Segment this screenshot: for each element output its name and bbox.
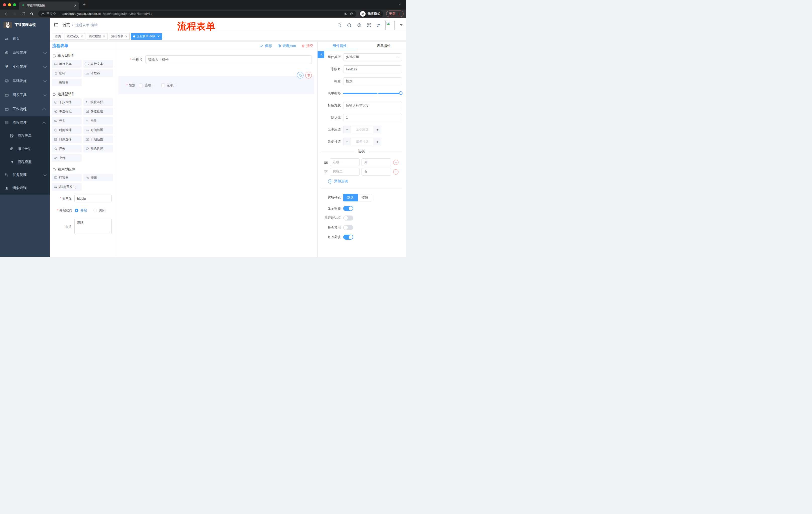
component-rate[interactable]: 评分 <box>52 145 82 153</box>
sidebar-item-workflow[interactable]: 工作流程 <box>0 102 50 116</box>
status-off-label[interactable]: 关闭 <box>99 208 106 213</box>
component-checkbox-group[interactable]: 多选框组 <box>83 108 113 115</box>
disabled-toggle[interactable] <box>343 225 353 230</box>
increase-button[interactable]: + <box>374 126 381 133</box>
sidebar-item-process-model[interactable]: 流程模型 <box>0 155 50 168</box>
show-label-toggle[interactable] <box>343 206 353 211</box>
component-radio-group[interactable]: 单选框组 <box>52 108 82 115</box>
tab-close-icon[interactable]: ✕ <box>74 4 77 7</box>
min-select-value[interactable]: 至少应选 <box>351 126 374 133</box>
tab-component-props[interactable]: 组件属性 <box>318 44 362 48</box>
reload-icon[interactable] <box>20 10 27 17</box>
phone-field[interactable]: 手机号 <box>118 55 314 64</box>
delete-component-button[interactable] <box>305 72 312 78</box>
search-icon[interactable] <box>337 23 342 27</box>
border-toggle[interactable] <box>343 216 353 220</box>
tag-process-definition[interactable]: 流程定义✕ <box>64 33 85 40</box>
sidebar-item-leave-query[interactable]: 请假查询 <box>0 182 50 195</box>
slider-handle[interactable] <box>399 91 403 95</box>
sidebar-item-user-group[interactable]: 用户分组 <box>0 142 50 155</box>
component-upload[interactable]: 上传 <box>52 154 82 162</box>
avatar[interactable] <box>385 21 395 30</box>
view-json-button[interactable]: 查看json <box>278 44 296 48</box>
component-editor[interactable]: 编辑器 <box>52 79 82 86</box>
close-window-button[interactable] <box>3 3 6 6</box>
forward-icon[interactable] <box>11 10 18 17</box>
component-password[interactable]: 密码 <box>52 70 82 77</box>
decrease-button[interactable]: − <box>343 126 351 133</box>
tag-home[interactable]: 首页 <box>53 33 63 40</box>
address-bar[interactable]: 不安全 dashboard.yudao.iocoder.cn/bpm/manag… <box>38 10 356 17</box>
tag-close-icon[interactable]: ✕ <box>157 35 160 38</box>
maximize-window-button[interactable] <box>13 3 16 6</box>
sidebar-item-devtools[interactable]: 研发工具 <box>0 88 50 102</box>
remove-option-button[interactable]: − <box>393 160 399 165</box>
component-time-picker[interactable]: 时间选择 <box>52 126 82 134</box>
checkbox-icon[interactable] <box>139 83 142 87</box>
sidebar-item-system[interactable]: 系统管理 <box>0 46 50 60</box>
field-name-input[interactable] <box>343 65 402 73</box>
font-size-icon[interactable]: tT <box>377 23 380 27</box>
tag-close-icon[interactable]: ✕ <box>125 35 127 38</box>
gender-checkbox-group[interactable]: 性别 选项一 选项二 <box>118 76 314 94</box>
drag-handle-icon[interactable] <box>324 170 328 174</box>
drag-handle-icon[interactable] <box>324 160 328 164</box>
save-button[interactable]: 保存 <box>260 44 272 48</box>
sidebar-collapse-icon[interactable] <box>54 22 59 27</box>
component-row-container[interactable]: 行容器 <box>52 174 82 181</box>
browser-menu-icon[interactable]: ⋮ <box>398 12 401 16</box>
component-single-line-text[interactable]: 单行文本 <box>52 60 82 67</box>
back-icon[interactable] <box>2 10 9 17</box>
fullscreen-icon[interactable] <box>367 23 371 27</box>
remark-textarea[interactable]: 嘿嘿 <box>75 219 112 234</box>
component-button[interactable]: 按钮 <box>83 174 113 181</box>
option-name-input[interactable] <box>330 158 359 166</box>
bookmark-star-icon[interactable] <box>349 12 353 16</box>
component-select[interactable]: 下拉选择 <box>52 98 82 106</box>
link-icon[interactable] <box>318 51 324 58</box>
avatar-caret-icon[interactable] <box>400 24 403 26</box>
component-counter[interactable]: 123 计数器 <box>83 70 113 77</box>
status-off-radio[interactable] <box>93 209 97 212</box>
style-default-button[interactable]: 默认 <box>343 194 358 201</box>
tag-process-form[interactable]: 流程表单✕ <box>109 33 129 40</box>
github-icon[interactable] <box>347 23 352 28</box>
tab-form-props[interactable]: 表单属性 <box>362 44 406 48</box>
help-icon[interactable] <box>357 23 361 27</box>
selected-component[interactable]: 性别 选项一 选项二 <box>118 76 314 94</box>
form-name-input[interactable] <box>75 195 112 202</box>
sidebar-item-task-mgmt[interactable]: 任务管理 <box>0 168 50 182</box>
tag-process-model[interactable]: 流程模型✕ <box>87 33 108 40</box>
sidebar-item-process-mgmt[interactable]: 流程管理 <box>0 116 50 129</box>
home-icon[interactable] <box>28 10 35 17</box>
component-table[interactable]: 表格[开发中] <box>52 183 82 191</box>
add-option-button[interactable]: + 添加选项 <box>328 179 402 184</box>
component-time-range[interactable]: 时间范围 <box>83 126 113 134</box>
phone-input[interactable] <box>145 55 312 64</box>
sidebar-item-payment[interactable]: ¥ 支付管理 <box>0 60 50 74</box>
increase-button[interactable]: + <box>374 138 381 145</box>
status-on-label[interactable]: 开启 <box>80 208 87 213</box>
sidebar-item-process-form[interactable]: 流程表单 <box>0 129 50 142</box>
component-slider[interactable]: 滑块 <box>83 117 113 125</box>
status-on-radio[interactable] <box>75 209 78 212</box>
required-toggle[interactable] <box>343 235 353 240</box>
label-width-input[interactable] <box>343 102 402 109</box>
slider-track[interactable] <box>343 93 402 94</box>
tag-close-icon[interactable]: ✕ <box>81 35 83 38</box>
option-value-input[interactable] <box>361 168 391 175</box>
component-switch[interactable]: 开关 <box>52 117 82 125</box>
sidebar-item-infra[interactable]: 基础设施 <box>0 74 50 88</box>
sidebar-logo-row[interactable]: 芋道管理系统 <box>0 18 50 32</box>
component-color-picker[interactable]: 颜色选择 <box>83 145 113 153</box>
component-date-picker[interactable]: 日期选择 <box>52 136 82 143</box>
gender-option-1[interactable]: 选项一 <box>139 83 155 87</box>
form-grid-slider[interactable] <box>343 89 402 97</box>
default-value-input[interactable] <box>343 114 402 121</box>
max-select-value[interactable]: 最多可选 <box>351 138 374 145</box>
component-type-select[interactable]: 多选框组 <box>343 53 402 61</box>
decrease-button[interactable]: − <box>343 138 351 145</box>
checkbox-icon[interactable] <box>161 83 165 87</box>
copy-component-button[interactable] <box>297 72 303 78</box>
browser-tab[interactable]: 芋道管理系统 ✕ <box>19 1 79 9</box>
